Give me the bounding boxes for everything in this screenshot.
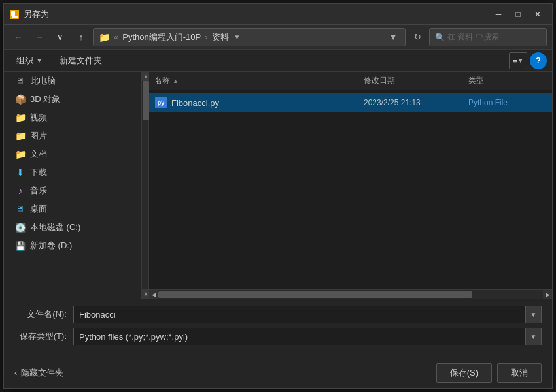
hide-folders-button[interactable]: ‹ 隐藏文件夹 [14, 367, 63, 379]
horizontal-scrollbar[interactable]: ◀ ▶ [149, 289, 552, 299]
back-button[interactable]: ← [9, 28, 27, 46]
sidebar-item-videos[interactable]: 📁 视频 [4, 108, 141, 127]
sidebar-label-local-c: 本地磁盘 (C:) [30, 221, 80, 233]
bottom-form-area: 文件名(N): Fibonacci ▼ 保存类型(T): Python file… [4, 299, 552, 357]
sidebar-label-pictures: 图片 [30, 130, 47, 142]
address-bar[interactable]: 📁 « Python编程入门-10P › 资料 ▼ ▼ [93, 28, 406, 46]
search-box[interactable]: 🔍 在 资料 中搜索 [429, 28, 547, 46]
svg-rect-2 [12, 16, 18, 18]
cancel-button[interactable]: 取消 [497, 363, 542, 383]
title-bar: 另存为 ─ □ ✕ [4, 4, 552, 25]
sidebar-item-local-c[interactable]: 💽 本地磁盘 (C:) [4, 218, 141, 237]
address-toolbar: ← → ∨ ↑ 📁 « Python编程入门-10P › 资料 ▼ ▼ ↻ 🔍 … [4, 25, 552, 50]
refresh-button[interactable]: ↻ [408, 28, 426, 46]
downloads-icon: ⬇ [14, 167, 26, 178]
folder-icon: 📁 [99, 32, 110, 42]
sidebar-item-pictures[interactable]: 📁 图片 [4, 127, 141, 145]
table-row[interactable]: py Fibonacci.py 2023/2/25 21:13 Python F… [149, 93, 552, 112]
column-name-label: 名称 [154, 75, 170, 86]
filetype-dropdown-button[interactable]: ▼ [525, 328, 541, 345]
close-button[interactable]: ✕ [529, 7, 547, 22]
dialog-title: 另存为 [24, 8, 489, 20]
documents-icon: 📁 [14, 148, 26, 160]
hide-folders-label: 隐藏文件夹 [21, 367, 63, 379]
sidebar-item-downloads[interactable]: ⬇ 下载 [4, 163, 141, 182]
3d-objects-icon: 📦 [14, 93, 26, 105]
maximize-button[interactable]: □ [509, 7, 527, 22]
filetype-label: 保存类型(T): [14, 331, 73, 342]
column-name: 名称 ▲ [154, 75, 364, 86]
filename-input[interactable]: Fibonacci [74, 306, 525, 323]
help-button[interactable]: ? [530, 52, 547, 69]
local-disk-c-icon: 💽 [14, 221, 26, 233]
sidebar-item-new-volume-d[interactable]: 💾 新加卷 (D:) [4, 237, 141, 255]
save-as-dialog: 另存为 ─ □ ✕ ← → ∨ ↑ 📁 « Python编程入门-10P › 资… [3, 3, 553, 389]
address-dropdown-arrow: ▼ [234, 33, 241, 41]
view-button[interactable]: ≡ ▼ [509, 52, 527, 69]
scroll-thumb [143, 81, 149, 120]
column-type: 类型 [468, 75, 547, 86]
save-button[interactable]: 保存(S) [436, 363, 492, 383]
sidebar-item-3d-objects[interactable]: 📦 3D 对象 [4, 90, 141, 108]
filename-value: Fibonacci [79, 310, 520, 319]
new-folder-label: 新建文件夹 [60, 55, 102, 67]
organize-dropdown-icon: ▼ [36, 57, 43, 64]
filename-dropdown-button[interactable]: ▼ [525, 306, 541, 323]
pc-icon: 🖥 [14, 75, 26, 87]
help-icon: ? [536, 56, 541, 65]
dropdown-button[interactable]: ∨ [51, 28, 69, 46]
address-part2: 资料 [212, 31, 229, 43]
sidebar-label-desktop: 桌面 [30, 203, 47, 215]
file-name: Fibonacci.py [171, 98, 364, 108]
sidebar: 🖥 此电脑 📦 3D 对象 📁 视频 📁 图片 [4, 72, 141, 299]
music-icon: ♪ [14, 185, 26, 197]
sidebar-item-music[interactable]: ♪ 音乐 [4, 182, 141, 200]
filename-input-wrapper[interactable]: Fibonacci ▼ [73, 306, 542, 323]
chevron-left-icon: ‹ [14, 368, 17, 378]
file-type: Python File [468, 98, 547, 107]
sidebar-label-new-volume-d: 新加卷 (D:) [30, 240, 72, 252]
address-separator1: « [114, 32, 118, 42]
column-date: 修改日期 [364, 75, 468, 86]
filename-row: 文件名(N): Fibonacci ▼ [14, 306, 542, 323]
view-icon: ≡ [513, 56, 518, 65]
h-scroll-right-arrow[interactable]: ▶ [543, 290, 552, 299]
column-type-label: 类型 [468, 76, 484, 85]
file-date: 2023/2/25 21:13 [364, 98, 468, 107]
sidebar-label-documents: 文档 [30, 148, 47, 160]
h-scroll-left-arrow[interactable]: ◀ [149, 290, 158, 299]
new-volume-d-icon: 💾 [14, 240, 26, 252]
filetype-row: 保存类型(T): Python files (*.py;*.pyw;*.pyi)… [14, 328, 542, 345]
dialog-footer: ‹ 隐藏文件夹 保存(S) 取消 [4, 357, 552, 388]
sidebar-label-music: 音乐 [30, 185, 47, 197]
sidebar-item-documents[interactable]: 📁 文档 [4, 145, 141, 163]
sidebar-label-videos: 视频 [30, 112, 47, 123]
h-scroll-thumb [158, 291, 472, 298]
h-scroll-track [158, 290, 543, 299]
desktop-icon: 🖥 [14, 203, 26, 215]
address-dropdown-button[interactable]: ▼ [387, 28, 400, 46]
up-button[interactable]: ↑ [72, 28, 90, 46]
address-separator2: › [205, 32, 207, 42]
main-content: 名称 ▲ 修改日期 类型 py Fibonacci.py 2023/2/25 2 [149, 72, 552, 299]
filetype-input[interactable]: Python files (*.py;*.pyw;*.pyi) [74, 328, 525, 345]
view-dropdown-icon: ▼ [517, 57, 523, 64]
sort-arrow-icon: ▲ [173, 78, 179, 84]
file-list: py Fibonacci.py 2023/2/25 21:13 Python F… [149, 90, 552, 289]
title-icon [9, 9, 20, 20]
new-folder-button[interactable]: 新建文件夹 [52, 52, 109, 69]
sidebar-item-desktop[interactable]: 🖥 桌面 [4, 200, 141, 218]
vertical-scrollbar[interactable]: ▲ ▼ [141, 72, 149, 299]
filetype-value: Python files (*.py;*.pyw;*.pyi) [79, 332, 520, 342]
filetype-input-wrapper[interactable]: Python files (*.py;*.pyw;*.pyi) ▼ [73, 328, 542, 345]
window-controls: ─ □ ✕ [489, 7, 547, 22]
pictures-icon: 📁 [14, 130, 26, 142]
file-list-header: 名称 ▲ 修改日期 类型 [149, 72, 552, 90]
sidebar-label-downloads: 下载 [30, 167, 47, 178]
organize-button[interactable]: 组织 ▼ [9, 52, 50, 69]
organize-label: 组织 [16, 55, 33, 67]
sidebar-item-this-pc[interactable]: 🖥 此电脑 [4, 72, 141, 90]
minimize-button[interactable]: ─ [489, 7, 508, 22]
forward-button[interactable]: → [30, 28, 48, 46]
scroll-track [142, 81, 148, 289]
